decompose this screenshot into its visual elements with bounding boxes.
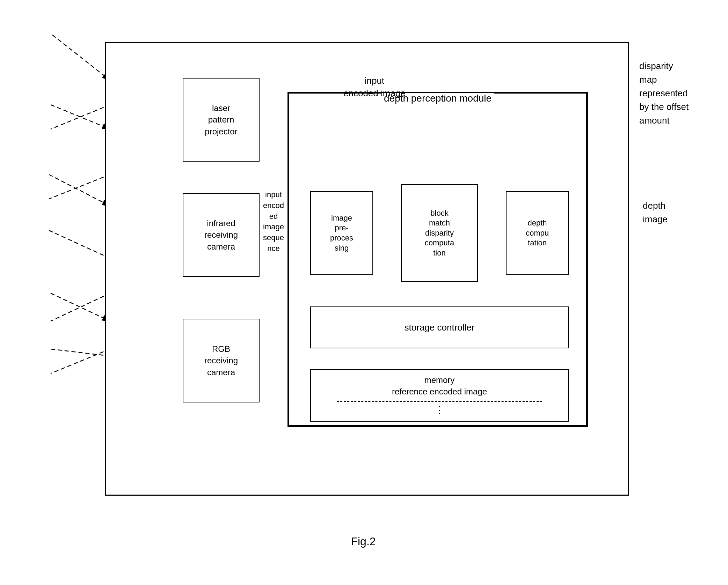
memory-dashed-line bbox=[337, 401, 543, 402]
svg-line-12 bbox=[51, 349, 110, 356]
infrared-camera-label: infraredreceivingcamera bbox=[204, 217, 238, 253]
memory-dots: ⋮ bbox=[435, 403, 444, 417]
main-outer-box: depth perception module imagepre-process… bbox=[105, 42, 629, 496]
svg-line-13 bbox=[51, 293, 110, 321]
laser-projector-label: laserpatternprojector bbox=[205, 102, 237, 138]
rgb-camera-box: RGBreceivingcamera bbox=[183, 319, 260, 402]
block-match-box: blockmatchdisparitycomputation bbox=[401, 184, 478, 282]
memory-reference-box: memoryreference encoded image ⋮ bbox=[310, 369, 569, 422]
input-encoded-seq-label: inputencodedimagesequence bbox=[263, 190, 284, 254]
depth-module-box: depth perception module imagepre-process… bbox=[287, 92, 588, 427]
laser-projector-box: laserpatternprojector bbox=[183, 78, 260, 162]
svg-line-10 bbox=[49, 175, 110, 199]
depth-computation-label: depthcomputation bbox=[526, 218, 549, 248]
diagram-container: depth perception module imagepre-process… bbox=[42, 21, 685, 551]
svg-line-11 bbox=[51, 293, 110, 321]
storage-controller-label: storage controller bbox=[405, 321, 475, 334]
depth-image-label: depthimage bbox=[643, 199, 699, 226]
infrared-camera-box: infraredreceivingcamera bbox=[183, 193, 260, 277]
svg-line-6 bbox=[51, 105, 110, 129]
disparity-map-label: disparitymaprepresentedby the offsetamou… bbox=[639, 59, 716, 127]
storage-controller-box: storage controller bbox=[310, 306, 569, 348]
memory-ref-label: memoryreference encoded image bbox=[392, 374, 487, 398]
svg-line-14 bbox=[51, 349, 110, 373]
depth-computation-box: depthcomputation bbox=[506, 191, 569, 275]
svg-line-9 bbox=[51, 105, 110, 129]
input-encoded-image-label: inputencoded image bbox=[343, 74, 406, 100]
svg-line-8 bbox=[49, 230, 110, 258]
rgb-camera-label: RGBreceivingcamera bbox=[204, 343, 238, 378]
svg-line-5 bbox=[52, 35, 110, 80]
svg-line-7 bbox=[49, 175, 110, 206]
image-preprocessing-label: imagepre-processing bbox=[330, 213, 353, 253]
fig-label: Fig.2 bbox=[351, 535, 376, 548]
block-match-label: blockmatchdisparitycomputation bbox=[425, 208, 454, 258]
image-preprocessing-box: imagepre-processing bbox=[310, 191, 373, 275]
